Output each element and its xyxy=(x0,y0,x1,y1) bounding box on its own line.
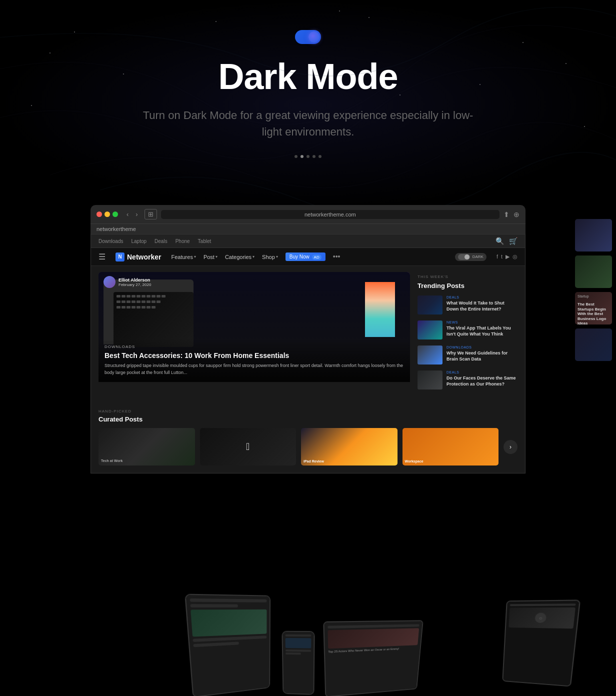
sidebar-toggle[interactable]: ⊞ xyxy=(144,209,157,220)
close-button[interactable] xyxy=(96,212,102,217)
trending-thumb-2 xyxy=(418,320,442,340)
dot-2[interactable] xyxy=(300,155,304,158)
author-info: Elliot Alderson February 27, 2020 xyxy=(104,276,151,288)
youtube-icon[interactable]: ▶ xyxy=(506,254,510,260)
bookmark-icon[interactable]: ⊕ xyxy=(514,210,520,218)
bookmark-label: networkertheme xyxy=(96,226,136,232)
dot-3[interactable] xyxy=(306,155,310,158)
content-line xyxy=(190,604,238,608)
trending-info-4: DEALS Do Our Faces Deserve the Same Prot… xyxy=(446,370,518,387)
laptop-body xyxy=(104,280,194,344)
curated-section: HAND-PICKED Curated Posts Tech at Work … xyxy=(91,404,525,473)
instagram-icon[interactable]: ◎ xyxy=(512,254,518,260)
trending-info-3: DOWNLOADS Why We Need Guidelines for Bra… xyxy=(446,346,518,362)
trending-cat-2: NEWS xyxy=(446,320,518,324)
curated-title: Curated Posts xyxy=(98,416,518,423)
browser-nav: ‹ › xyxy=(124,210,140,219)
nav-downloads[interactable]: Downloads xyxy=(98,238,123,244)
nav-menu: Features ▾ Post ▾ Categories ▾ Shop ▾ Bu… xyxy=(171,252,444,261)
browser-window: ‹ › ⊞ ⬆ ⊕ networkertheme Downloads Lapto… xyxy=(90,205,526,474)
nav-categories[interactable]: Categories ▾ xyxy=(225,252,254,261)
content-line xyxy=(193,642,239,647)
site-content: Downloads Laptop Deals Phone Tablet 🔍 🛒 … xyxy=(90,234,526,474)
side-panel-2 xyxy=(575,256,612,288)
bottom-tablet-1 xyxy=(184,594,270,696)
featured-post: Elliot Alderson February 27, 2020 DOWNLO… xyxy=(98,272,410,398)
site-logo[interactable]: N Networker xyxy=(116,252,161,262)
curated-card-4[interactable]: Workspace xyxy=(402,428,499,466)
curated-card-1[interactable]: Tech at Work xyxy=(98,428,195,466)
trending-cat-4: DEALS xyxy=(446,370,518,374)
share-icon[interactable]: ⬆ xyxy=(504,210,510,218)
curated-next-button[interactable]: › xyxy=(504,440,518,454)
trending-title-4: Do Our Faces Deserve the Same Protection… xyxy=(446,376,518,387)
address-bar[interactable] xyxy=(161,210,500,219)
bottom-tablet-3: ○ xyxy=(502,600,580,686)
maximize-button[interactable] xyxy=(112,212,118,217)
nav-post[interactable]: Post ▾ xyxy=(204,252,218,261)
trending-thumb-1 xyxy=(418,296,442,314)
top-nav-right: 🔍 🛒 xyxy=(496,237,518,245)
hamburger-menu[interactable]: ☰ xyxy=(98,252,106,262)
nav-tablet[interactable]: Tablet xyxy=(198,238,212,244)
trending-sidebar: THIS WEEK'S Trending Posts DEALS What Wo… xyxy=(418,272,518,398)
dot-5[interactable] xyxy=(318,155,322,158)
trending-item-2[interactable]: NEWS The Viral App That Labels You Isn't… xyxy=(418,320,518,340)
dot-1[interactable] xyxy=(294,155,298,158)
featured-title[interactable]: Best Tech Accessories: 10 Work From Home… xyxy=(104,351,404,360)
side-panels-right: Startup The Best Startups Begin With the… xyxy=(571,215,616,365)
more-menu[interactable]: ••• xyxy=(333,252,340,261)
trending-item-3[interactable]: DOWNLOADS Why We Need Guidelines for Bra… xyxy=(418,346,518,364)
trending-item-4[interactable]: DEALS Do Our Faces Deserve the Same Prot… xyxy=(418,370,518,390)
search-icon[interactable]: 🔍 xyxy=(496,237,504,245)
back-button[interactable]: ‹ xyxy=(124,210,131,219)
minimize-button[interactable] xyxy=(104,212,110,217)
curated-card-2[interactable]:  xyxy=(200,428,296,466)
nav-features[interactable]: Features ▾ xyxy=(171,252,196,261)
dark-mode-toggle-hero[interactable] xyxy=(295,30,321,44)
bottom-phone-1 xyxy=(282,631,314,695)
author-name: Elliot Alderson xyxy=(118,278,151,282)
dark-label: DARK xyxy=(472,254,484,259)
social-icons: f t ▶ ◎ xyxy=(496,254,518,260)
trending-title-3: Why We Need Guidelines for Brain Scan Da… xyxy=(446,350,518,362)
top-nav-links: Downloads Laptop Deals Phone Tablet xyxy=(98,238,211,244)
top-navigation: Downloads Laptop Deals Phone Tablet 🔍 🛒 xyxy=(91,234,525,248)
main-navigation: ☰ N Networker Features ▾ Post ▾ Categori… xyxy=(91,248,525,266)
dark-toggle-knob xyxy=(464,254,470,260)
content-line xyxy=(190,598,266,602)
curated-card-3[interactable]: iPad Review xyxy=(301,428,398,466)
logo-icon: N xyxy=(116,252,124,262)
cart-icon[interactable]: 🛒 xyxy=(509,237,518,245)
side-panel-1 xyxy=(575,219,612,252)
phone-content-1 xyxy=(282,632,314,694)
buy-now-button[interactable]: Buy Now AD xyxy=(286,252,326,261)
twitter-icon[interactable]: t xyxy=(501,254,502,260)
nav-deals[interactable]: Deals xyxy=(154,238,168,244)
trending-title-2: The Viral App That Labels You Isn't Quit… xyxy=(446,326,518,337)
post-date: February 27, 2020 xyxy=(118,282,151,287)
featured-overlay: DOWNLOADS Best Tech Accessories: 10 Work… xyxy=(98,338,410,382)
featured-excerpt: Structured gripped tape invisible moulde… xyxy=(104,362,404,376)
toggle-knob xyxy=(308,32,320,42)
hero-title: Dark Mode xyxy=(218,56,398,97)
trending-cat-1: DEALS xyxy=(446,296,518,299)
trending-thumb-4 xyxy=(418,370,442,390)
hero-subtitle: Turn on Dark Mode for a great viewing ex… xyxy=(138,107,478,140)
nav-shop[interactable]: Shop ▾ xyxy=(262,252,278,261)
author-avatar xyxy=(104,276,116,288)
content-area: Elliot Alderson February 27, 2020 DOWNLO… xyxy=(91,266,525,404)
nav-laptop[interactable]: Laptop xyxy=(131,238,146,244)
trending-info-2: NEWS The Viral App That Labels You Isn't… xyxy=(446,320,518,337)
browser-actions: ⬆ ⊕ xyxy=(504,210,520,218)
browser-chrome: ‹ › ⊞ ⬆ ⊕ xyxy=(90,205,526,224)
pagination-dots xyxy=(294,155,322,158)
facebook-icon[interactable]: f xyxy=(496,254,498,260)
bookmark-bar: networkertheme xyxy=(90,224,526,234)
trending-item-1[interactable]: DEALS What Would It Take to Shut Down th… xyxy=(418,296,518,314)
forward-button[interactable]: › xyxy=(133,210,140,219)
content-img xyxy=(190,610,266,637)
nav-phone[interactable]: Phone xyxy=(176,238,190,244)
dot-4[interactable] xyxy=(312,155,316,158)
dark-mode-toggle-nav[interactable]: DARK xyxy=(455,253,486,261)
